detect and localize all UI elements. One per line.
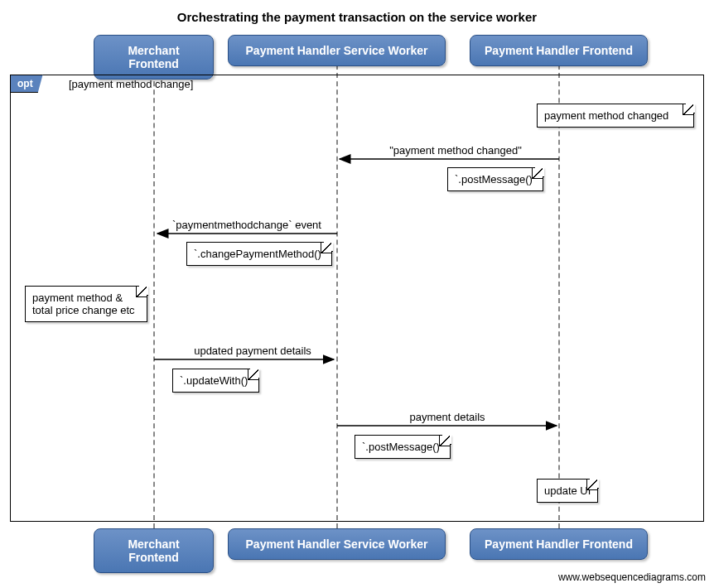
opt-guard: [payment method change] [69, 78, 193, 90]
msg-payment-method-changed: "payment method changed" [360, 144, 551, 157]
note-text: `.postMessage()` [362, 441, 443, 453]
note-postmessage-2: `.postMessage()` [355, 435, 451, 459]
note-payment-method-changed: payment method changed [537, 104, 694, 128]
opt-tag: opt [10, 75, 43, 93]
note-text: `.updateWith()` [180, 374, 252, 387]
participant-frontend-bottom: Payment Handler Frontend [470, 528, 648, 560]
diagram-title: Orchestrating the payment transaction on… [0, 0, 714, 24]
note-text: `.postMessage()` [455, 173, 536, 186]
watermark: www.websequencediagrams.com [558, 571, 706, 583]
note-postmessage-1: `.postMessage()` [447, 167, 543, 191]
msg-updated-payment-details: updated payment details [178, 345, 327, 357]
note-price-change: payment method & total price change etc [25, 286, 147, 322]
participant-sw-top: Payment Handler Service Worker [228, 35, 446, 66]
note-update-ui: update UI [537, 479, 598, 503]
note-text: `.changePaymentMethod()` [194, 248, 325, 260]
participant-merchant-top: Merchant Frontend [94, 35, 214, 80]
note-text: payment method & total price change etc [32, 292, 135, 316]
note-updatewith: `.updateWith()` [172, 369, 259, 393]
participant-sw-bottom: Payment Handler Service Worker [228, 528, 446, 560]
participant-merchant-bottom: Merchant Frontend [94, 528, 214, 573]
participant-frontend-top: Payment Handler Frontend [470, 35, 648, 66]
note-text: update UI [544, 484, 591, 497]
msg-paymentmethodchange-event: `paymentmethodchange` event [164, 219, 330, 231]
note-changepaymentmethod: `.changePaymentMethod()` [186, 242, 332, 266]
note-text: payment method changed [544, 109, 668, 122]
msg-payment-details: payment details [389, 411, 505, 423]
